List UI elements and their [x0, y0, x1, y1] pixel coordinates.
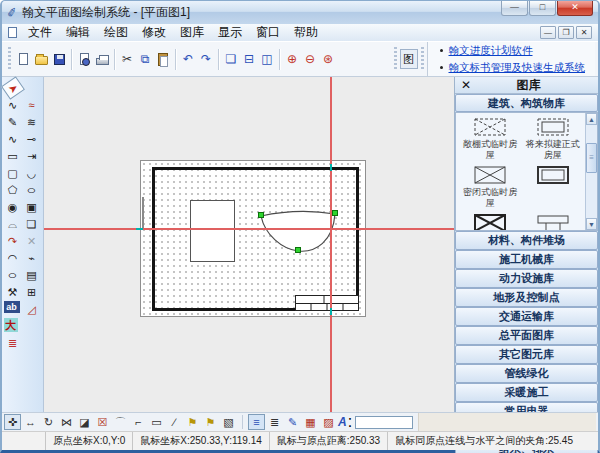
grid-net-tool[interactable]: ⊞: [23, 284, 41, 300]
copy-button[interactable]: ⧉: [136, 47, 154, 71]
offset-line-tool[interactable]: ⇥: [23, 148, 41, 164]
line-segment-button[interactable]: ∕: [166, 414, 183, 430]
zoom-in-button[interactable]: ⊕: [283, 47, 301, 71]
new-button[interactable]: [14, 47, 32, 71]
person-symbol-tool[interactable]: 大: [4, 318, 18, 332]
toolbar-grip[interactable]: [421, 47, 424, 71]
scroll-up-icon[interactable]: ▲: [586, 113, 597, 125]
rounded-rectangle-tool[interactable]: ▢: [4, 165, 22, 181]
mirror-button[interactable]: ⋈: [58, 414, 75, 430]
save-button[interactable]: [50, 47, 68, 71]
zigzag-tool[interactable]: ⌁: [23, 250, 41, 266]
toolbar-grip[interactable]: [8, 47, 11, 71]
library-item-open-shed-house[interactable]: 敞棚式临时房屋: [459, 117, 522, 161]
mdi-restore-button[interactable]: ❐: [558, 26, 574, 39]
scrollbar-thumb[interactable]: [586, 143, 597, 173]
flat-ellipse-tool[interactable]: ⌓: [4, 216, 22, 232]
move-button[interactable]: ✜: [4, 414, 21, 430]
rectangle-tool[interactable]: ▭: [4, 148, 22, 164]
tools-tool[interactable]: ⚒: [4, 284, 22, 300]
library-scrollbar[interactable]: ▲ ▼: [585, 113, 597, 230]
library-item-proposed-formal-house[interactable]: [522, 165, 585, 209]
rotate-button[interactable]: ↻: [40, 414, 57, 430]
pencil-tool[interactable]: ✎: [4, 114, 22, 130]
spline-tool[interactable]: ≈: [23, 97, 41, 113]
scrollbar-track[interactable]: [586, 173, 597, 218]
menu-edit[interactable]: 编辑: [59, 23, 97, 42]
pen-style-button[interactable]: ✎: [284, 414, 301, 430]
library-item-enclosed-temp-house[interactable]: 密闭式临时房屋: [459, 165, 522, 209]
panel-close-icon[interactable]: ✕: [455, 78, 477, 93]
fillet-button[interactable]: ⌒: [112, 414, 129, 430]
mdi-close-button[interactable]: ✕: [576, 26, 592, 39]
arch-shape-button[interactable]: ⌐: [130, 414, 147, 430]
toolbar-grip[interactable]: [394, 47, 397, 71]
selection-handle[interactable]: [295, 247, 301, 253]
arc-tool[interactable]: ◡: [23, 165, 41, 181]
align-flag-button-2[interactable]: ⚑: [202, 414, 219, 430]
style-value-input[interactable]: [355, 416, 413, 429]
category-pipeline-greening[interactable]: 管线绿化: [455, 364, 598, 383]
delete-tool[interactable]: ✕: [23, 233, 41, 249]
menu-file[interactable]: 文件: [21, 23, 59, 42]
selection-handle[interactable]: [332, 210, 338, 216]
promo-link-schedule[interactable]: 翰文进度计划软件: [449, 44, 533, 58]
menu-library[interactable]: 图库: [173, 23, 211, 42]
tile-vertical-button[interactable]: ◫: [258, 47, 276, 71]
category-site-plan[interactable]: 总平面图库: [455, 326, 598, 345]
menu-view[interactable]: 显示: [211, 23, 249, 42]
close-button[interactable]: ✕: [557, 1, 593, 16]
ellipse-tool[interactable]: ○: [23, 182, 41, 198]
corner-fill-button[interactable]: ◪: [76, 414, 93, 430]
polygon-tool[interactable]: ⬠: [4, 182, 22, 198]
open-button[interactable]: [32, 47, 50, 71]
category-transportation[interactable]: 交通运输库: [455, 307, 598, 326]
menu-draw[interactable]: 绘图: [97, 23, 135, 42]
filled-region-tool[interactable]: ▣: [23, 199, 41, 215]
rect-shape-button[interactable]: ▭: [148, 414, 165, 430]
cut-button[interactable]: ✂: [118, 47, 136, 71]
library-item-future-formal-house[interactable]: 将来拟建正式房屋: [522, 117, 585, 161]
category-heating-construction[interactable]: 采暖施工: [455, 383, 598, 402]
cascade-windows-button[interactable]: ❏: [222, 47, 240, 71]
line-width-thick-button[interactable]: ≣: [266, 414, 283, 430]
drawing-sheet[interactable]: [140, 160, 366, 317]
polyline-tool[interactable]: ∿: [4, 97, 22, 113]
category-construction-machinery[interactable]: 施工机械库: [455, 250, 598, 269]
category-terrain-control-points[interactable]: 地形及控制点: [455, 288, 598, 307]
node-line-tool[interactable]: ⊸: [23, 131, 41, 147]
drawing-canvas[interactable]: [44, 77, 454, 412]
category-materials-yard[interactable]: 材料、构件堆场: [455, 231, 598, 250]
fill-color-button[interactable]: ▨: [320, 414, 337, 430]
print-button[interactable]: [93, 47, 111, 71]
print-preview-button[interactable]: [75, 47, 93, 71]
dome-tool[interactable]: ◠: [4, 250, 22, 266]
library-item-canopy[interactable]: [522, 213, 585, 231]
scroll-down-icon[interactable]: ▼: [586, 218, 597, 230]
zoom-extents-button[interactable]: ⊛: [319, 47, 337, 71]
selected-curve-shape[interactable]: [261, 211, 335, 251]
category-power-facilities[interactable]: 动力设施库: [455, 269, 598, 288]
promo-link-bidding[interactable]: 翰文标书管理及快速生成系统: [449, 61, 586, 75]
arc-arrow-tool[interactable]: ↷: [4, 233, 22, 249]
slope-dimension-tool[interactable]: ◿: [23, 301, 41, 317]
menu-modify[interactable]: 修改: [135, 23, 173, 42]
zoom-out-button[interactable]: ⊖: [301, 47, 319, 71]
blocks-tool[interactable]: ❏: [23, 216, 41, 232]
text-box-tool[interactable]: ▤: [23, 267, 41, 283]
paste-button[interactable]: [154, 47, 172, 71]
group-select-button[interactable]: ▧: [220, 414, 237, 430]
delete-box-button[interactable]: ☒: [94, 414, 111, 430]
font-button[interactable]: A: [338, 415, 347, 429]
oval-tool[interactable]: ○: [4, 267, 22, 283]
minimize-button[interactable]: —: [501, 1, 528, 16]
circle-radius-tool[interactable]: ◉: [4, 199, 22, 215]
library-item-bold-x-house[interactable]: [459, 213, 522, 231]
selection-handle[interactable]: [258, 212, 264, 218]
mdi-minimize-button[interactable]: —: [540, 26, 556, 39]
maximize-button[interactable]: □: [529, 1, 556, 16]
library-toggle-button[interactable]: 图: [400, 49, 418, 69]
legend-tool[interactable]: ≣: [4, 335, 22, 351]
align-flag-button[interactable]: ⚑: [184, 414, 201, 430]
line-width-thin-button[interactable]: ≡: [248, 414, 265, 430]
